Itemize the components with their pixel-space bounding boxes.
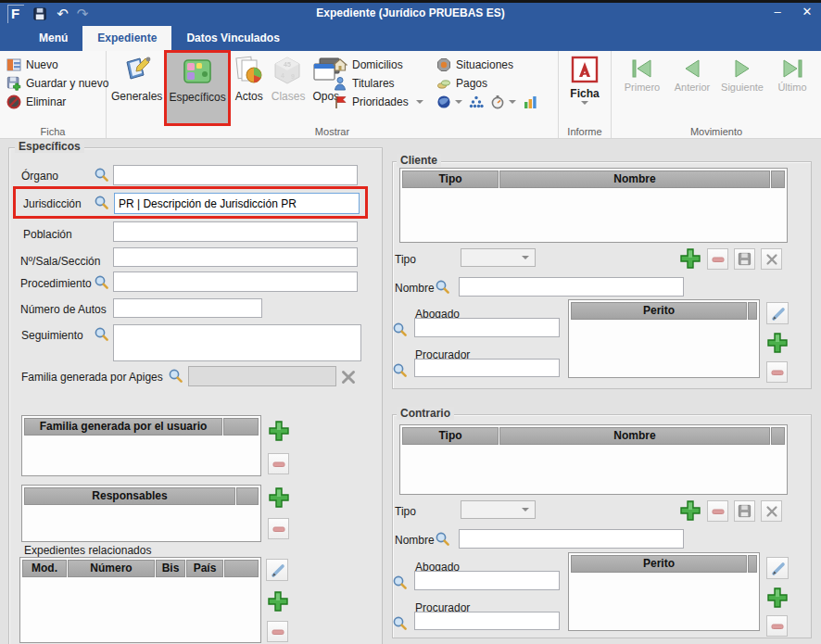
- procedimiento-input[interactable]: [113, 271, 358, 292]
- expedientes-edit-button[interactable]: [266, 559, 288, 581]
- familia-usuario-table[interactable]: Familia generada por el usuario: [21, 415, 261, 476]
- bar-chart-icon[interactable]: [523, 95, 537, 109]
- globe-dropdown-icon[interactable]: [455, 100, 462, 104]
- generales-button[interactable]: Generales: [109, 52, 164, 122]
- col-bis[interactable]: Bis: [156, 560, 185, 577]
- cliente-add-button[interactable]: [678, 246, 702, 271]
- contrario-save-button[interactable]: [734, 500, 755, 522]
- eliminar-button[interactable]: Eliminar: [3, 93, 112, 111]
- cliente-cancel-button[interactable]: [761, 248, 782, 270]
- responsables-table[interactable]: Responsables: [21, 485, 261, 542]
- contrario-col-tipo[interactable]: Tipo: [402, 427, 499, 445]
- contrario-procurador-lookup-icon[interactable]: [392, 615, 408, 631]
- actos-button[interactable]: Actos: [231, 52, 268, 122]
- cliente-save-button[interactable]: [734, 248, 755, 270]
- cliente-abogado-lookup-icon[interactable]: [392, 322, 408, 337]
- pagos-button[interactable]: Pagos: [433, 74, 541, 93]
- responsables-remove-button[interactable]: [268, 518, 289, 539]
- organo-input[interactable]: [113, 165, 358, 185]
- organo-lookup-icon[interactable]: [94, 167, 109, 183]
- cliente-table[interactable]: Tipo Nombre: [399, 168, 788, 243]
- contrario-abogado-input[interactable]: [414, 571, 560, 590]
- close-button[interactable]: ✕: [797, 5, 817, 19]
- responsables-header[interactable]: Responsables: [24, 487, 235, 505]
- familia-usuario-remove-button[interactable]: [268, 453, 289, 474]
- remove-minus-icon: [770, 619, 785, 634]
- jurisdiccion-lookup-icon[interactable]: [94, 195, 109, 210]
- seguimiento-textarea[interactable]: [113, 324, 361, 361]
- familia-usuario-add-button[interactable]: [267, 419, 291, 443]
- contrario-cancel-button[interactable]: [761, 500, 782, 522]
- col-pais[interactable]: País: [186, 560, 223, 577]
- contrario-perito-add-button[interactable]: [765, 586, 789, 610]
- cliente-procurador-lookup-icon[interactable]: [392, 362, 408, 378]
- prioridades-button[interactable]: Prioridades: [329, 93, 427, 111]
- contrario-col-extra[interactable]: [771, 427, 785, 445]
- contrario-perito-table[interactable]: Perito: [568, 552, 760, 631]
- cliente-abogado-input[interactable]: [414, 318, 560, 337]
- contrario-perito-edit-button[interactable]: [766, 557, 789, 579]
- contrario-nombre-input[interactable]: [459, 529, 684, 549]
- contrario-perito-header[interactable]: Perito: [571, 555, 747, 573]
- familia-apiges-lookup-icon[interactable]: [168, 368, 183, 384]
- coins-icon: [436, 76, 451, 91]
- cliente-nombre-lookup-icon[interactable]: [435, 279, 450, 295]
- contrario-procurador-input[interactable]: [414, 612, 560, 630]
- stopwatch-dropdown-icon[interactable]: [509, 100, 516, 104]
- tab-datos-vinculados[interactable]: Datos Vinculados: [171, 26, 294, 51]
- situaciones-button[interactable]: Situaciones: [433, 56, 541, 74]
- cliente-perito-add-button[interactable]: [765, 331, 789, 355]
- contrario-table[interactable]: Tipo Nombre: [399, 424, 788, 495]
- jurisdiccion-input[interactable]: [114, 193, 360, 214]
- contrario-col-nombre[interactable]: Nombre: [499, 427, 770, 445]
- domicilios-button[interactable]: Domicilios: [329, 56, 427, 74]
- poblacion-input[interactable]: [113, 221, 358, 242]
- expedientes-remove-button[interactable]: [267, 621, 288, 642]
- prioridades-dropdown-icon[interactable]: [416, 100, 423, 104]
- seguimiento-lookup-icon[interactable]: [94, 326, 109, 342]
- procedimiento-lookup-icon[interactable]: [94, 274, 109, 290]
- responsables-header-extra[interactable]: [236, 487, 259, 505]
- contrario-add-button[interactable]: [678, 499, 702, 523]
- cliente-perito-remove-button[interactable]: [766, 361, 788, 383]
- cliente-perito-header-extra[interactable]: [748, 302, 757, 320]
- familia-usuario-header-extra[interactable]: [223, 418, 259, 436]
- guardar-y-nuevo-button[interactable]: Guardar y nuevo: [3, 74, 112, 93]
- cliente-perito-table[interactable]: Perito: [568, 299, 760, 378]
- tab-expediente[interactable]: Expediente: [82, 26, 171, 51]
- numero-autos-input[interactable]: [113, 298, 262, 318]
- col-extra[interactable]: [224, 560, 259, 577]
- contrario-nombre-lookup-icon[interactable]: [435, 531, 450, 547]
- stopwatch-icon[interactable]: [490, 95, 505, 109]
- contrario-abogado-lookup-icon[interactable]: [392, 575, 408, 590]
- especificos-button[interactable]: Específicos: [167, 53, 227, 123]
- cliente-col-tipo[interactable]: Tipo: [402, 170, 499, 188]
- cliente-perito-edit-button[interactable]: [766, 302, 789, 324]
- expedientes-table[interactable]: Mod. Número Bis País: [19, 557, 261, 643]
- familia-apiges-clear-button[interactable]: [337, 366, 360, 388]
- expedientes-add-button[interactable]: [266, 589, 290, 613]
- cliente-col-extra[interactable]: [771, 170, 785, 188]
- cliente-procurador-input[interactable]: [414, 359, 560, 377]
- cliente-col-nombre[interactable]: Nombre: [499, 170, 770, 188]
- sala-input[interactable]: [113, 247, 358, 267]
- col-mod[interactable]: Mod.: [22, 560, 67, 577]
- cliente-perito-header[interactable]: Perito: [571, 302, 747, 320]
- responsables-add-button[interactable]: [267, 486, 291, 510]
- contrario-remove-button[interactable]: [707, 500, 728, 522]
- titulares-button[interactable]: Titulares: [329, 74, 427, 93]
- cliente-nombre-input[interactable]: [459, 277, 684, 297]
- tab-menu[interactable]: Menú: [24, 26, 82, 51]
- remove-minus-icon: [272, 522, 286, 537]
- familia-usuario-header[interactable]: Familia generada por el usuario: [24, 418, 222, 436]
- globe-icon[interactable]: [436, 95, 451, 109]
- informe-dropdown-icon[interactable]: [581, 101, 588, 105]
- contrario-perito-remove-button[interactable]: [766, 615, 788, 637]
- hierarchy-dots-icon[interactable]: [469, 95, 484, 109]
- informe-ficha-button[interactable]: Ficha: [564, 53, 605, 123]
- col-numero[interactable]: Número: [68, 560, 155, 577]
- cliente-remove-button[interactable]: [707, 248, 728, 270]
- contrario-perito-header-extra[interactable]: [748, 555, 757, 573]
- nuevo-button[interactable]: Nuevo: [3, 56, 112, 74]
- minimize-button[interactable]: –: [767, 5, 788, 19]
